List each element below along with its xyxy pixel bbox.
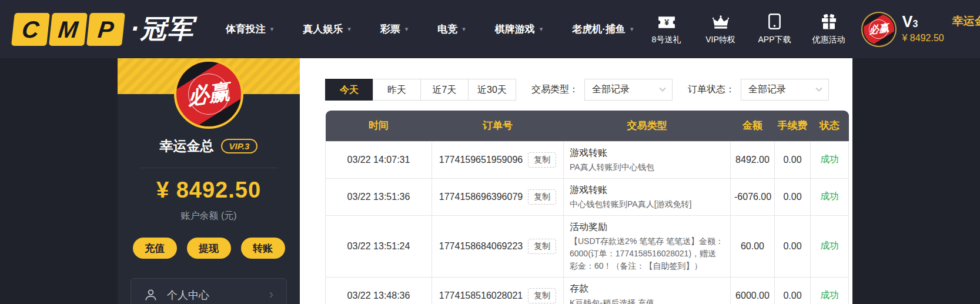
ticket-yuan-icon: ¥ — [658, 14, 675, 29]
cell-time: 03/22 13:51:36 — [326, 178, 432, 215]
cell-fee: 0.00 — [775, 141, 811, 178]
copy-button[interactable]: 复制 — [528, 189, 556, 205]
account-balance: ¥ 8492.50 — [118, 178, 300, 203]
deposit-button[interactable]: 充值 — [133, 238, 177, 259]
tx-desc: K豆钱包-稍后选择 充值 — [570, 297, 724, 304]
nav-item-chess-games[interactable]: 棋牌游戏 ▾ — [480, 0, 558, 58]
nav-item-sports[interactable]: 体育投注 ▾ — [211, 0, 289, 58]
cell-fee: 0.00 — [775, 178, 811, 215]
profile-username: 幸运金总 — [160, 137, 214, 155]
app-download-link[interactable]: APP下载 — [757, 14, 793, 45]
account-balance-label: 账户余额 (元) — [118, 210, 300, 222]
page: C M P ·冠军 体育投注 ▾ 真人娱乐 ▾ 彩票 ▾ 电竞 ▾ 棋牌 — [0, 0, 980, 304]
cell-status: 成功 — [811, 178, 849, 215]
copy-button[interactable]: 复制 — [528, 239, 556, 254]
cell-amount: 6000.00 — [731, 277, 775, 304]
header-username[interactable]: 幸运金总 — [952, 14, 980, 29]
site-logo[interactable]: C M P ·冠军 — [13, 12, 195, 46]
logo-letter: M — [49, 13, 88, 46]
chevron-down-icon: ▾ — [630, 25, 634, 33]
gift-icon — [821, 14, 837, 29]
col-header-status: 状态 — [811, 111, 849, 141]
chevron-down-icon — [659, 85, 665, 91]
status-filter-label: 订单状态： — [688, 83, 735, 96]
crown-icon — [713, 14, 729, 29]
vip-badge: VIP.3 — [221, 139, 258, 153]
vip-level: V3 — [902, 15, 918, 31]
profile-avatar[interactable]: 必赢 — [174, 59, 243, 129]
order-number: 1774158696396079 — [439, 192, 523, 202]
order-number: 1774158684069223 — [439, 241, 523, 252]
cell-status: 成功 — [811, 277, 849, 304]
logo-suffix: ·冠军 — [131, 12, 195, 46]
chevron-down-icon: ▾ — [347, 25, 351, 33]
withdraw-button[interactable]: 提现 — [187, 238, 231, 259]
tab-last-30-days[interactable]: 近30天 — [468, 79, 516, 101]
status-filter-select[interactable]: 全部记录 — [741, 79, 829, 101]
table-row: 03/22 13:51:24 1774158684069223 复制 活动奖励 … — [326, 215, 849, 277]
chevron-right-icon: › — [269, 288, 273, 301]
tab-today[interactable]: 今天 — [325, 79, 373, 101]
chevron-down-icon — [815, 85, 822, 91]
order-number: 1774159651959096 — [439, 155, 523, 165]
transactions-body: 03/22 14:07:31 1774159651959096 复制 游戏转账 … — [326, 141, 849, 304]
user-avatar[interactable]: 必赢 — [864, 14, 894, 45]
cell-amount: 60.00 — [731, 215, 775, 277]
nav-item-lottery[interactable]: 彩票 ▾ — [366, 0, 423, 58]
promotions-link[interactable]: 优惠活动 — [811, 14, 847, 45]
cell-amount: 8492.00 — [731, 141, 775, 178]
cell-fee: 0.00 — [775, 277, 811, 304]
order-number: 1774158516028021 — [439, 290, 523, 301]
content-area: 必赢 幸运金总 VIP.3 ¥ 8492.50 账户余额 (元) 充值 提现 转… — [0, 58, 980, 304]
transactions-panel: 今天 昨天 近7天 近30天 交易类型： 全部记录 订单状态： 全部记录 — [300, 58, 852, 304]
cell-time: 03/22 13:51:24 — [326, 215, 432, 277]
nav-item-slots-fishing[interactable]: 老虎机·捕鱼 ▾ — [557, 0, 648, 58]
type-filter-select[interactable]: 全部记录 — [584, 79, 673, 101]
logo-letter: C — [11, 13, 50, 46]
profile-sidebar: 必赢 幸运金总 VIP.3 ¥ 8492.50 账户余额 (元) 充值 提现 转… — [118, 58, 300, 304]
chevron-down-icon: ▾ — [540, 25, 543, 33]
col-header-amount: 金额 — [731, 111, 775, 141]
tablet-icon — [768, 14, 781, 29]
col-header-type: 交易类型 — [564, 111, 731, 141]
cell-time: 03/22 14:07:31 — [326, 141, 432, 178]
chevron-down-icon: ▾ — [270, 25, 274, 33]
col-header-time: 时间 — [326, 111, 432, 141]
tx-desc: PA真人转账到中心钱包 — [570, 161, 724, 173]
col-header-order: 订单号 — [432, 111, 564, 141]
tx-type: 存款 — [570, 282, 724, 295]
filter-bar: 今天 昨天 近7天 近30天 交易类型： 全部记录 订单状态： 全部记录 — [325, 79, 852, 101]
copy-button[interactable]: 复制 — [528, 288, 556, 303]
transfer-button[interactable]: 转账 — [241, 238, 285, 259]
top-navbar: C M P ·冠军 体育投注 ▾ 真人娱乐 ▾ 彩票 ▾ 电竞 ▾ 棋牌 — [0, 0, 980, 58]
vip-link[interactable]: VIP特权 — [703, 14, 739, 45]
tx-type: 游戏转账 — [570, 146, 724, 159]
chevron-down-icon: ▾ — [462, 25, 466, 33]
copy-button[interactable]: 复制 — [528, 152, 556, 168]
nav-item-esports[interactable]: 电竞 ▾ — [423, 0, 480, 58]
sidebar-item-personal-center[interactable]: 个人中心 › — [131, 278, 287, 304]
transactions-table: 时间 订单号 交易类型 金额 手续费 状态 03/22 14:07:31 177… — [325, 111, 849, 304]
header-balance: ¥ 8492.50 — [902, 33, 944, 44]
tab-last-7-days[interactable]: 近7天 — [420, 79, 469, 101]
quick-links: ¥ 8号送礼 VIP特权 APP下载 优惠活动 — [648, 14, 847, 45]
cell-status: 成功 — [811, 215, 849, 277]
date-range-tabs: 今天 昨天 近7天 近30天 — [325, 79, 516, 101]
table-row: 03/22 13:51:36 1774158696396079 复制 游戏转账 … — [326, 178, 849, 215]
nav-item-live-casino[interactable]: 真人娱乐 ▾ — [288, 0, 366, 58]
gift8-link[interactable]: ¥ 8号送礼 — [648, 14, 685, 45]
table-row: 03/22 14:07:31 1774159651959096 复制 游戏转账 … — [326, 141, 849, 178]
cell-amount: -6076.00 — [731, 178, 775, 215]
table-header-row: 时间 订单号 交易类型 金额 手续费 状态 — [326, 111, 849, 141]
cell-time: 03/22 13:48:36 — [326, 277, 432, 304]
cell-fee: 0.00 — [775, 215, 811, 277]
left-gap — [0, 58, 118, 304]
divider — [140, 168, 277, 168]
main-nav: 体育投注 ▾ 真人娱乐 ▾ 彩票 ▾ 电竞 ▾ 棋牌游戏 ▾ 老虎机·捕鱼 ▾ — [211, 0, 648, 58]
table-row: 03/22 13:48:36 1774158516028021 复制 存款 K豆… — [326, 277, 849, 304]
tx-desc: 【USDT存款送2% 笔笔存 笔笔送】金额：6000(订单：1774158516… — [570, 235, 724, 272]
cell-status: 成功 — [811, 141, 849, 178]
tx-type: 游戏转账 — [570, 183, 724, 196]
col-header-fee: 手续费 — [775, 111, 811, 141]
tab-yesterday[interactable]: 昨天 — [373, 79, 421, 101]
